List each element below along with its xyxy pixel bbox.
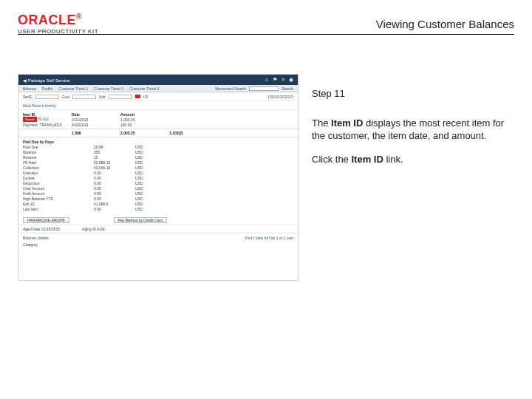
tab-trend2[interactable]: Customer Trend 2 bbox=[94, 86, 123, 91]
unit-label: Unit bbox=[99, 95, 106, 99]
mini-footer: Balance Details Find | View All Tab 1 of… bbox=[18, 233, 298, 247]
item-id-link[interactable]: IS-102 bbox=[38, 117, 49, 121]
tab-balance[interactable]: Balance bbox=[23, 86, 36, 91]
tab-profile[interactable]: Profile bbox=[42, 86, 52, 91]
brand-name: ORACLE bbox=[18, 13, 76, 27]
mini-topbar: ◀ Package Self Service ⌂ ⚑ ≡ ◉ bbox=[18, 75, 298, 85]
instruction-panel: Step 11 The Item ID displays the most re… bbox=[312, 74, 514, 381]
header-divider bbox=[18, 34, 514, 35]
col-itemid: Item ID bbox=[23, 112, 67, 117]
alert-icon[interactable]: ◉ bbox=[289, 77, 293, 83]
table-row: High Balance YTD0.00USD bbox=[23, 196, 293, 201]
instruction-paragraph-2: Click the Item ID link. bbox=[312, 153, 514, 166]
mini-topbar-title: ◀ Package Self Service bbox=[23, 78, 70, 83]
table-row: Double0.00USD bbox=[23, 175, 293, 180]
date-value: 100/10/20/2015 bbox=[267, 95, 293, 99]
table-row: Past Due29.98USD bbox=[23, 144, 293, 149]
mini-tabs: Balance Profile Customer Trend 1 Custome… bbox=[18, 85, 298, 92]
table-row: Fill Held52,886.15USD bbox=[23, 160, 293, 165]
table-row: Over Amount0.00USD bbox=[23, 185, 293, 191]
item-table: Item ID Date Amount Search IS-102 4/21/2… bbox=[18, 110, 298, 129]
us-flag-icon bbox=[135, 95, 140, 98]
balance-details-link[interactable]: Balance Details bbox=[23, 236, 49, 240]
balance-header: Past Due by Days bbox=[23, 139, 293, 144]
table-row: Search IS-102 4/21/2015 1,003.04 bbox=[23, 117, 293, 122]
pay-method-button[interactable]: Pay Method by Credit Card bbox=[114, 217, 167, 223]
step-label: Step 11 bbox=[312, 87, 514, 100]
table-row: Draft Amount0.00USD bbox=[23, 191, 293, 196]
brand-reg: ® bbox=[76, 13, 82, 21]
recent-activity-heading: Most Recent Activity bbox=[18, 101, 298, 110]
item-table-header: Item ID Date Amount bbox=[23, 112, 293, 117]
tab-trend3[interactable]: Customer Trend 3 bbox=[129, 86, 159, 91]
col-date: Date bbox=[72, 112, 116, 117]
app-screenshot: ◀ Package Self Service ⌂ ⚑ ≡ ◉ Balance P… bbox=[18, 74, 299, 281]
table-row: Collection43,046.18USD bbox=[23, 165, 293, 170]
flag-icon[interactable]: ⚑ bbox=[273, 77, 277, 83]
setid-field[interactable] bbox=[35, 95, 59, 99]
search-input[interactable] bbox=[249, 86, 279, 91]
table-row: Edit 15…41,086.8USD bbox=[23, 201, 293, 206]
aging-row: Aged Date 01/19/2015 Aging ID AGE bbox=[18, 225, 298, 233]
table-row: Last Item0.00USD bbox=[23, 206, 293, 211]
menu-icon[interactable]: ≡ bbox=[282, 77, 284, 83]
search-tag[interactable]: Search bbox=[23, 117, 37, 122]
aged-date: Aged Date 01/19/2015 bbox=[23, 227, 60, 231]
unit-field[interactable] bbox=[109, 95, 132, 99]
table-row: Disputed0.00USD bbox=[23, 170, 293, 175]
instruction-paragraph-1: The Item ID displays the most recent ite… bbox=[312, 117, 514, 143]
oracle-logo: ORACLE® USER PRODUCTIVITY KIT bbox=[18, 13, 98, 35]
table-row: Reserve10USD bbox=[23, 154, 293, 160]
us-label: US bbox=[143, 95, 149, 99]
totals-row: 1,508 2,003.25 1,103(2) bbox=[18, 129, 298, 137]
col-amount: Amount bbox=[120, 112, 165, 117]
table-row: Deduction0.00USD bbox=[23, 180, 293, 185]
home-icon[interactable]: ⌂ bbox=[265, 77, 268, 83]
memorized-search-link[interactable]: Memorized Search bbox=[215, 86, 246, 91]
mini-filter-row: SetID Cust Unit US 100/10/20/2015 bbox=[18, 92, 298, 101]
harq-button[interactable]: HAR/ARQ/DE ARD/FB bbox=[23, 217, 69, 223]
tab-trend1[interactable]: Customer Trend 1 bbox=[58, 86, 88, 91]
cust-label: Cust bbox=[62, 95, 69, 99]
category-label: Category bbox=[23, 241, 293, 247]
balance-table: Past Due by Days Past Due29.98USD Balanc… bbox=[18, 137, 298, 214]
table-row: Balance350USD bbox=[23, 149, 293, 154]
action-buttons: HAR/ARQ/DE ARD/FB Pay Method by Credit C… bbox=[18, 214, 298, 225]
search-button[interactable]: Search bbox=[282, 86, 293, 91]
pager[interactable]: Find | View All Tab 1 of 1 Last bbox=[245, 236, 293, 240]
table-row: Payment: TRANS-A015 4/20/2015 190.00 bbox=[23, 122, 293, 127]
setid-label: SetID bbox=[23, 95, 33, 99]
aging-id: Aging ID AGE bbox=[82, 227, 105, 231]
cust-field[interactable] bbox=[72, 95, 96, 99]
page-title: Viewing Customer Balances bbox=[376, 18, 514, 30]
